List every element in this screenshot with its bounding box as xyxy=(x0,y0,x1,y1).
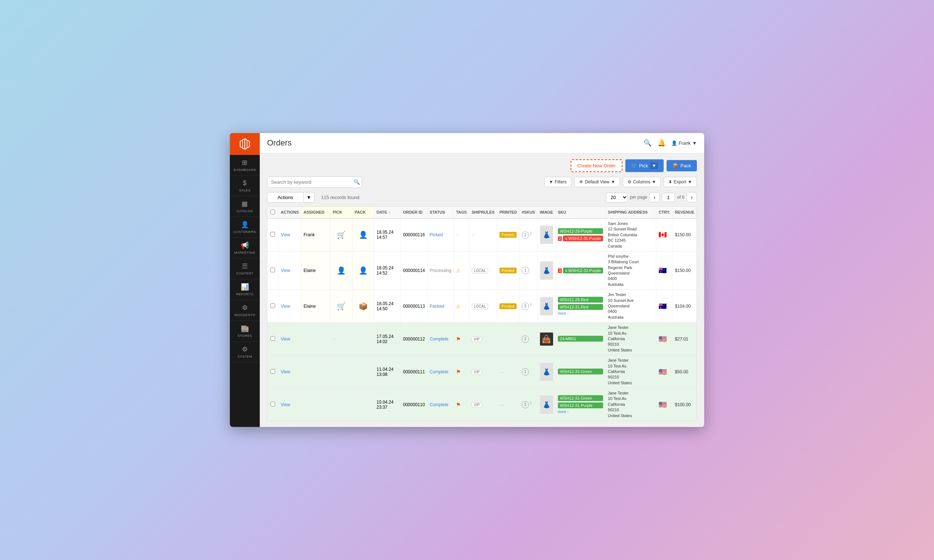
columns-button[interactable]: ⚙ Columns ▼ xyxy=(623,177,661,187)
sidebar-item-customers[interactable]: 👤 CUSTOMERS xyxy=(230,217,260,238)
sidebar-item-system[interactable]: ⚙ System xyxy=(230,342,260,362)
more-link-3[interactable]: more ↓ xyxy=(558,311,603,315)
pack-button[interactable]: 📦 Pack xyxy=(667,160,697,171)
search-input[interactable] xyxy=(267,177,362,188)
sales-icon: $ xyxy=(243,179,247,187)
product-image-4: 👜 xyxy=(540,332,553,346)
export-button[interactable]: ⬇ Export ▼ xyxy=(664,177,697,187)
pick-dropdown-arrow[interactable]: ▼ xyxy=(650,162,658,169)
page-size-select[interactable]: 20 50 100 xyxy=(606,192,628,202)
sidebar-label-customers: CUSTOMERS xyxy=(233,230,256,234)
row-actions-4: View xyxy=(278,323,301,355)
default-view-button[interactable]: 👁 Default View ▼ xyxy=(574,177,620,187)
row-checkbox-5[interactable] xyxy=(267,355,278,388)
row-orderid-3: 000000113 xyxy=(401,290,427,323)
select-all-checkbox[interactable] xyxy=(270,210,275,214)
row-pick-2[interactable]: 👤 xyxy=(331,251,353,289)
th-revenue[interactable]: REVENUE xyxy=(672,207,697,218)
row-checkbox-3[interactable] xyxy=(267,290,278,323)
row-country-3: 🇦🇺 xyxy=(657,290,672,323)
th-order-id[interactable]: ORDER ID xyxy=(401,207,427,218)
sidebar-item-catalog[interactable]: ▦ CATALOG xyxy=(230,196,260,217)
pick-user-icon-2: 👤 xyxy=(337,266,346,275)
th-tags[interactable]: TAGS xyxy=(453,207,469,218)
orders-table: ACTIONS ASSIGNED PICK PACK DATE ↑ ORDER … xyxy=(267,207,697,421)
addr-zip-4: 90210 xyxy=(608,342,654,347)
sidebar-item-content[interactable]: ☰ CONTENT xyxy=(230,258,260,279)
sort-icon: ↑ xyxy=(388,210,390,214)
th-sku[interactable]: SKU xyxy=(555,207,605,218)
row-checkbox-2[interactable] xyxy=(267,251,278,289)
view-link-2[interactable]: View xyxy=(281,268,290,273)
row-pick-3[interactable]: 🛒 xyxy=(331,290,353,323)
th-date[interactable]: DATE ↑ xyxy=(375,207,401,218)
stores-icon: 🏬 xyxy=(241,325,249,332)
sku-tag-4: 24-MB01 xyxy=(558,336,603,342)
view-link-4[interactable]: View xyxy=(281,337,290,342)
addr-zip-3: 0400 xyxy=(608,309,654,314)
row-orderid-6: 000000110 xyxy=(401,388,427,421)
bell-icon[interactable]: 🔔 xyxy=(657,139,666,147)
addr-country-2: Australia xyxy=(608,282,654,287)
row-pack-1[interactable]: 👤 xyxy=(353,218,375,251)
sidebar-item-marketing[interactable]: 📢 Marketing xyxy=(230,238,260,258)
view-link-3[interactable]: View xyxy=(281,304,290,309)
row-checkbox-6[interactable] xyxy=(267,388,278,421)
actions-dropdown-button[interactable]: ▼ xyxy=(304,192,314,203)
sidebar-item-reports[interactable]: 📊 Reports xyxy=(230,279,260,300)
search-submit-button[interactable]: 🔍 xyxy=(353,179,360,185)
flag-ca-1: 🇨🇦 xyxy=(658,231,667,238)
sidebar-item-dashboard[interactable]: ⊞ Dashboard xyxy=(230,155,260,176)
prev-page-button[interactable]: ‹ xyxy=(649,192,660,202)
view-link-1[interactable]: View xyxy=(281,232,290,237)
view-link-5[interactable]: View xyxy=(281,369,290,374)
dashboard-icon: ⊞ xyxy=(242,158,248,167)
next-page-button[interactable]: › xyxy=(687,192,697,202)
search-wrap: 🔍 xyxy=(267,177,362,188)
sidebar-item-stores[interactable]: 🏬 Stores xyxy=(230,321,260,342)
th-country: CTRY. xyxy=(657,207,672,218)
row-sku-6: WSH12-31-Green WSH12-31-Purple more ↓ xyxy=(555,388,605,421)
row-checkbox-4[interactable] xyxy=(267,323,278,355)
view-link-6[interactable]: View xyxy=(281,402,290,407)
user-menu[interactable]: 👤 Frank ▼ xyxy=(671,140,697,146)
page-title: Orders xyxy=(267,138,639,148)
th-shiprules[interactable]: SHIPRULES xyxy=(469,207,497,218)
create-new-order-button[interactable]: Create New Order xyxy=(570,159,622,172)
row-status-6: Complete xyxy=(427,388,453,421)
sidebar-item-sales[interactable]: $ Sales xyxy=(230,176,260,196)
records-bar: Actions ▼ 115 records found 20 50 100 pe… xyxy=(267,192,697,203)
th-shipping-address[interactable]: SHIPPING ADDRESS xyxy=(606,207,657,218)
row-revenue-6: $100.00 xyxy=(672,388,697,421)
row-checkbox-1[interactable] xyxy=(267,218,278,251)
pick-button[interactable]: 🛒 Pick ▼ xyxy=(625,159,664,172)
row-orderid-5: 000000111 xyxy=(401,355,427,388)
th-status[interactable]: STATUS xyxy=(427,207,453,218)
row-pick-1[interactable]: 🛒 xyxy=(331,218,353,251)
page-input[interactable] xyxy=(662,193,675,202)
row-skus-6: 2 ) xyxy=(519,388,538,421)
row-actions-6: View xyxy=(278,388,301,421)
actions-button[interactable]: Actions xyxy=(267,192,304,203)
export-icon: ⬇ xyxy=(668,179,672,185)
more-link-6[interactable]: more ↓ xyxy=(558,410,603,414)
search-icon[interactable]: 🔍 xyxy=(644,139,652,147)
sidebar-logo[interactable] xyxy=(230,133,260,155)
row-pack-2[interactable]: 👤 xyxy=(353,251,375,289)
row-address-6: Jane Tester 10 Test Av. California 90210… xyxy=(606,388,657,421)
filters-button[interactable]: ▼ Filters xyxy=(544,177,572,187)
th-printed[interactable]: PRINTED xyxy=(497,207,519,218)
th-skus[interactable]: #SKUS xyxy=(519,207,538,218)
columns-icon: ⚙ xyxy=(627,179,632,185)
row-skus-4: 1 xyxy=(519,323,538,355)
flag-tag-5: ⚑ xyxy=(456,369,461,375)
export-label: Export xyxy=(674,179,686,185)
row-assigned-5 xyxy=(301,355,331,388)
row-pack-5 xyxy=(353,355,375,388)
addr-street-5: 10 Test Av. xyxy=(608,363,654,369)
pack-user-icon: 👤 xyxy=(359,231,368,239)
row-actions-1: View xyxy=(278,218,301,251)
row-pack-3[interactable]: 📦 xyxy=(353,290,375,323)
row-printed-4 xyxy=(497,323,519,355)
sidebar-item-moogento[interactable]: ⚙ Moogento xyxy=(230,300,260,321)
